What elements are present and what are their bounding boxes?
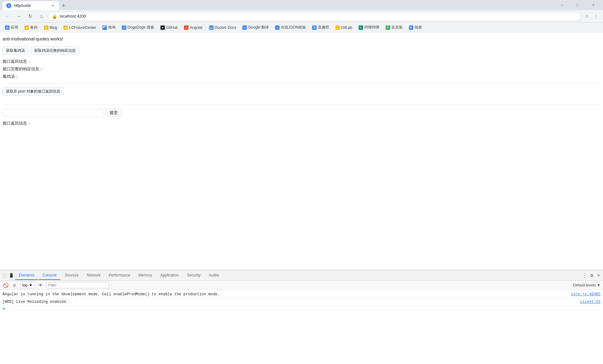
github-favicon: ●: [160, 25, 165, 30]
devtools-tab-security[interactable]: Security: [183, 271, 204, 280]
devtools-settings-button[interactable]: ⚙: [589, 272, 595, 279]
bookmark-backup[interactable]: 📁 备份: [22, 24, 40, 31]
lianjia-favicon: 链: [409, 25, 413, 30]
section-divider-1: [3, 83, 600, 83]
docker-favicon: 🐋: [209, 25, 214, 30]
filter-toggle-button[interactable]: ⊘: [11, 282, 18, 288]
console-filter-input[interactable]: [46, 282, 109, 288]
devtools-close-button[interactable]: ×: [595, 272, 602, 279]
bookmark-label: 海淘: [108, 25, 116, 30]
bookmark-label: 直播吧: [318, 25, 329, 30]
lcfuture-favicon: 📁: [63, 25, 68, 30]
minimize-button[interactable]: ─: [555, 0, 569, 10]
bookmark-angular[interactable]: A Angular: [182, 24, 205, 31]
bookmarks-bar: ⊞ 应用 📁 备份 B Blog 📁 LCFutureCenter 🌊 海淘 D…: [0, 23, 603, 33]
bilibili-favicon: B: [359, 25, 363, 30]
console-source-2[interactable]: client:52: [580, 299, 600, 305]
tab-title: HttpGuide: [14, 3, 48, 8]
bookmark-jsonvalidate[interactable]: ◇ 在线JSON校验: [273, 24, 308, 31]
devtools-tab-sources[interactable]: Sources: [61, 271, 82, 280]
bookmark-label: 哔哩哔哩: [364, 25, 379, 30]
context-select[interactable]: top ▼: [20, 282, 35, 289]
bookmark-apps[interactable]: ⊞ 应用: [3, 24, 21, 31]
forward-button[interactable]: →: [14, 11, 24, 21]
devtools-tab-console[interactable]: Console: [39, 271, 60, 280]
translate-favicon: G: [242, 25, 247, 30]
return-info-label: 接口返回信息：: [3, 59, 600, 64]
bookmark-label: 应用: [11, 25, 18, 30]
log-levels-dropdown[interactable]: Default levels ▼: [573, 283, 600, 287]
bookmark-googletranslate[interactable]: G Google 翻译: [240, 24, 271, 31]
get-non-json-button[interactable]: 获取非 json 对象的接口返回信息: [3, 87, 64, 96]
bookmark-docker[interactable]: 🐋 Docker Docs: [207, 24, 239, 31]
bookmark-label: 备份: [30, 25, 38, 30]
close-window-button[interactable]: ×: [586, 0, 600, 10]
section-divider-2: [3, 104, 600, 105]
back-button[interactable]: ←: [3, 11, 13, 21]
console-line-2: [WDS] Live Reloading enabled. client:52: [3, 298, 600, 306]
devtools-tab-audits[interactable]: Audits: [205, 271, 223, 280]
address-bar[interactable]: 🔒 localhost:4200: [48, 12, 581, 21]
devtools-tab-performance[interactable]: Performance: [105, 271, 134, 280]
star-button[interactable]: ☆: [582, 12, 591, 21]
new-tab-button[interactable]: +: [59, 1, 68, 10]
chicken-soup-label: 毒鸡汤：: [3, 74, 600, 79]
console-message-2: [WDS] Live Reloading enabled.: [3, 299, 68, 305]
bookmark-label: Google 翻译: [248, 25, 269, 30]
backup-favicon: 📁: [24, 25, 29, 30]
text-input-field[interactable]: [3, 109, 103, 116]
lock-icon: 🔒: [52, 14, 57, 19]
devtools-tab-network[interactable]: Network: [83, 271, 104, 280]
gitlab-favicon: ⬡: [335, 25, 340, 30]
console-prompt[interactable]: >: [3, 306, 600, 312]
top-button-group: 获取毒鸡汤 获取鸡汤完整的响应信息: [3, 46, 600, 55]
haitao-favicon: 🌊: [102, 25, 107, 30]
browser-tab[interactable]: A HttpGuide ×: [3, 1, 59, 10]
menu-button[interactable]: ⋮: [592, 12, 600, 21]
refresh-button[interactable]: ↻: [25, 11, 35, 21]
bookmark-anjuke[interactable]: 安 安居客: [383, 24, 405, 31]
tab-favicon: A: [6, 3, 11, 8]
navigation-bar: ← → ↻ ⌂ 🔒 localhost:4200 ☆ ⋮: [0, 10, 603, 23]
bookmark-label: GitLab: [341, 25, 352, 30]
home-button[interactable]: ⌂: [36, 11, 46, 21]
get-full-response-button[interactable]: 获取鸡汤完整的响应信息: [31, 46, 79, 55]
bookmark-zhibo[interactable]: 直 直播吧: [310, 24, 332, 31]
devtools-tab-elements[interactable]: Elements: [15, 271, 38, 280]
bookmark-gitlab[interactable]: ⬡ GitLab: [333, 24, 355, 31]
maximize-button[interactable]: □: [570, 0, 585, 10]
browser-window: A HttpGuide × + ─ □ × ← → ↻ ⌂ 🔒 localhos…: [0, 0, 603, 364]
bookmark-label: GitHub: [166, 25, 178, 30]
bookmark-haitao[interactable]: 🌊 海淘: [100, 24, 118, 31]
console-line-1: Angular is running in the development mo…: [3, 291, 600, 298]
devtools-more-button[interactable]: ⋮: [582, 272, 588, 279]
bookmark-lcfuture[interactable]: 📁 LCFutureCenter: [61, 24, 99, 31]
devtools-console-content: Angular is running in the development mo…: [0, 290, 603, 364]
bookmark-label: 链家: [415, 25, 422, 30]
console-message-1: Angular is running in the development mo…: [3, 292, 220, 297]
log-levels-text: Default levels ▼: [573, 283, 600, 287]
console-source-1[interactable]: core.js:40465: [571, 292, 600, 297]
bookmark-dogedoge[interactable]: D DogeDoge 搜索: [119, 24, 157, 31]
devtools-cursor-button[interactable]: ⬚: [1, 272, 8, 279]
bookmark-label: LCFutureCenter: [69, 25, 96, 30]
show-live-expressions-button[interactable]: 👁: [37, 282, 44, 288]
get-chicken-soup-button[interactable]: 获取毒鸡汤: [3, 46, 28, 55]
zhibo-favicon: 直: [312, 25, 317, 30]
dogedoge-favicon: D: [122, 25, 126, 30]
bookmark-label: Angular: [190, 25, 203, 30]
devtools-tab-application[interactable]: Application: [156, 271, 182, 280]
bookmark-github[interactable]: ● GitHub: [158, 24, 180, 31]
bookmark-blog[interactable]: B Blog: [41, 24, 60, 31]
devtools-mobile-button[interactable]: 📱: [8, 272, 14, 279]
clear-console-button[interactable]: 🚫: [3, 282, 9, 288]
anjuke-favicon: 安: [386, 25, 390, 30]
tab-close-button[interactable]: ×: [50, 3, 55, 8]
submit-button[interactable]: 提交: [106, 109, 122, 117]
devtools-tab-memory[interactable]: Memory: [135, 271, 156, 280]
bookmark-label: Blog: [50, 25, 57, 30]
bookmark-bilibili[interactable]: B 哔哩哔哩: [356, 24, 382, 31]
bookmark-lianjia[interactable]: 链 链家: [406, 24, 425, 31]
full-response-label: 接口完整的响应信息：: [3, 66, 600, 72]
json-favicon: ◇: [275, 25, 280, 30]
